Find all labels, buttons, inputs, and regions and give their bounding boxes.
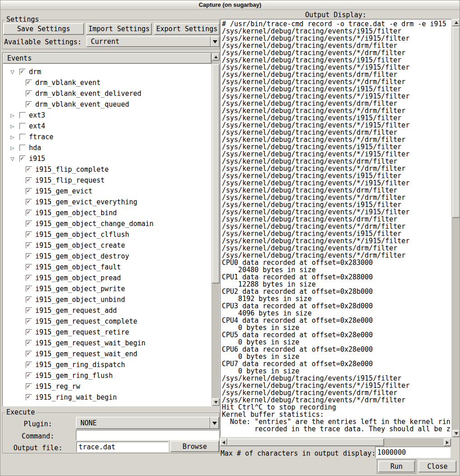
- event-checkbox[interactable]: [26, 297, 32, 303]
- event-label: i915_gem_object_bind: [35, 209, 117, 217]
- capture-window: Capture (on sugarbay) Settings Save Sett…: [0, 0, 460, 476]
- event-checkbox[interactable]: [26, 383, 32, 390]
- browse-button[interactable]: Browse: [170, 441, 219, 452]
- scroll-right-icon[interactable]: [444, 438, 451, 446]
- available-settings-select[interactable]: Current: [86, 36, 220, 47]
- event-checkbox[interactable]: [19, 145, 26, 151]
- tree-row[interactable]: i915_gem_object_fault: [3, 262, 211, 273]
- expander-collapsed-icon[interactable]: ▷: [9, 113, 16, 118]
- tree-row[interactable]: drm_vblank_event: [3, 77, 211, 88]
- event-checkbox[interactable]: [19, 134, 26, 140]
- output-horizontal-scrollbar[interactable]: [220, 438, 451, 446]
- tree-row[interactable]: ▷ext4: [3, 121, 211, 132]
- tree-row[interactable]: i915_flip_complete: [3, 164, 211, 175]
- save-settings-button[interactable]: Save Settings: [3, 23, 84, 35]
- scroll-up-icon[interactable]: [452, 19, 460, 26]
- tree-row[interactable]: ▷hda: [3, 142, 211, 153]
- event-checkbox[interactable]: [26, 221, 32, 227]
- tree-row[interactable]: i915_gem_object_change_domain: [3, 218, 211, 229]
- event-checkbox[interactable]: [26, 351, 32, 357]
- scroll-down-icon[interactable]: [212, 398, 220, 406]
- event-label: i915_gem_request_add: [35, 306, 117, 315]
- tree-row[interactable]: i915_gem_evict: [3, 186, 211, 197]
- event-checkbox[interactable]: [26, 318, 32, 325]
- event-checkbox[interactable]: [26, 264, 32, 270]
- import-settings-button[interactable]: Import Settings: [86, 23, 152, 35]
- tree-row[interactable]: i915_gem_object_unbind: [3, 294, 211, 305]
- tree-row[interactable]: drm_vblank_event_delivered: [3, 88, 211, 99]
- expander-collapsed-icon[interactable]: ▷: [9, 145, 16, 151]
- tree-row[interactable]: ▽drm: [3, 66, 211, 77]
- event-label: i915_gem_object_fault: [35, 263, 121, 271]
- tree-row[interactable]: i915_ring_wait_begin: [3, 392, 211, 403]
- tree-row[interactable]: drm_vblank_event_queued: [3, 99, 211, 110]
- event-checkbox[interactable]: [26, 80, 32, 86]
- tree-row[interactable]: ▷ext3: [3, 110, 211, 121]
- event-checkbox[interactable]: [26, 362, 32, 368]
- window-titlebar[interactable]: Capture (on sugarbay): [0, 0, 460, 10]
- export-settings-button[interactable]: Export Settings: [154, 23, 220, 35]
- event-checkbox[interactable]: [19, 112, 26, 118]
- tree-row[interactable]: i915_flip_request: [3, 175, 211, 186]
- run-button[interactable]: Run: [378, 461, 415, 472]
- event-checkbox[interactable]: [26, 253, 32, 259]
- event-checkbox[interactable]: [26, 188, 32, 194]
- tree-row[interactable]: i915_gem_request_complete: [3, 316, 211, 327]
- event-checkbox[interactable]: [26, 101, 32, 108]
- events-scrollbar-thumb[interactable]: [212, 64, 220, 283]
- expander-expanded-icon[interactable]: ▽: [9, 69, 16, 75]
- expander-expanded-icon[interactable]: ▽: [9, 156, 16, 162]
- tree-row[interactable]: i915_gem_object_clflush: [3, 229, 211, 240]
- event-checkbox[interactable]: [26, 210, 32, 216]
- event-checkbox[interactable]: [26, 166, 32, 173]
- event-checkbox[interactable]: [26, 90, 32, 97]
- tree-row[interactable]: i915_gem_ring_dispatch: [3, 359, 211, 370]
- event-checkbox[interactable]: [26, 394, 32, 401]
- event-checkbox[interactable]: [19, 69, 26, 75]
- event-checkbox[interactable]: [26, 242, 32, 249]
- event-checkbox[interactable]: [26, 199, 32, 205]
- output-vscrollbar-thumb[interactable]: [452, 27, 460, 218]
- tree-row[interactable]: i915_gem_ring_flush: [3, 370, 211, 381]
- expander-collapsed-icon[interactable]: ▷: [9, 134, 16, 140]
- tree-row[interactable]: i915_gem_object_pwrite: [3, 283, 211, 294]
- max-chars-input[interactable]: [375, 447, 451, 458]
- event-checkbox[interactable]: [19, 156, 26, 162]
- tree-row[interactable]: ▽i915: [3, 153, 211, 164]
- event-checkbox[interactable]: [26, 286, 32, 292]
- event-checkbox[interactable]: [26, 231, 32, 238]
- close-button[interactable]: Close: [418, 461, 456, 472]
- tree-row[interactable]: i915_gem_object_bind: [3, 207, 211, 218]
- tree-row[interactable]: ▷ftrace: [3, 132, 211, 142]
- event-checkbox[interactable]: [19, 123, 26, 129]
- output-file-input[interactable]: [76, 442, 169, 452]
- tree-row[interactable]: i915_gem_evict_everything: [3, 197, 211, 207]
- event-checkbox[interactable]: [26, 307, 32, 314]
- events-column-header[interactable]: Events: [3, 53, 211, 64]
- tree-row[interactable]: i915_reg_rw: [3, 381, 211, 392]
- tree-row[interactable]: i915_gem_request_add: [3, 305, 211, 316]
- scroll-up-icon[interactable]: [212, 53, 220, 61]
- tree-row[interactable]: i915_gem_request_retire: [3, 327, 211, 338]
- scroll-down-icon[interactable]: [452, 430, 460, 437]
- export-settings-label: Export Settings: [156, 25, 217, 33]
- output-hscrollbar-thumb[interactable]: [227, 438, 384, 446]
- event-checkbox[interactable]: [26, 340, 32, 346]
- tree-row[interactable]: i915_gem_request_wait_begin: [3, 338, 211, 349]
- output-display-label: Output Display:: [220, 11, 451, 19]
- event-checkbox[interactable]: [26, 372, 32, 379]
- expander-collapsed-icon[interactable]: ▷: [9, 123, 16, 129]
- command-input[interactable]: [76, 430, 219, 440]
- tree-row[interactable]: i915_gem_request_wait_end: [3, 349, 211, 359]
- tree-row[interactable]: i915_gem_object_create: [3, 240, 211, 251]
- event-checkbox[interactable]: [26, 177, 32, 184]
- scroll-left-icon[interactable]: [220, 438, 227, 446]
- plugin-select[interactable]: NONE: [76, 417, 219, 429]
- output-vertical-scrollbar[interactable]: [452, 19, 460, 437]
- event-checkbox[interactable]: [26, 329, 32, 335]
- tree-row[interactable]: i915_gem_object_pread: [3, 273, 211, 283]
- events-scrollbar[interactable]: [211, 53, 220, 406]
- event-checkbox[interactable]: [26, 275, 32, 281]
- output-display-textarea[interactable]: # /usr/bin/trace-cmd record -o trace.dat…: [220, 19, 451, 437]
- tree-row[interactable]: i915_gem_object_destroy: [3, 251, 211, 262]
